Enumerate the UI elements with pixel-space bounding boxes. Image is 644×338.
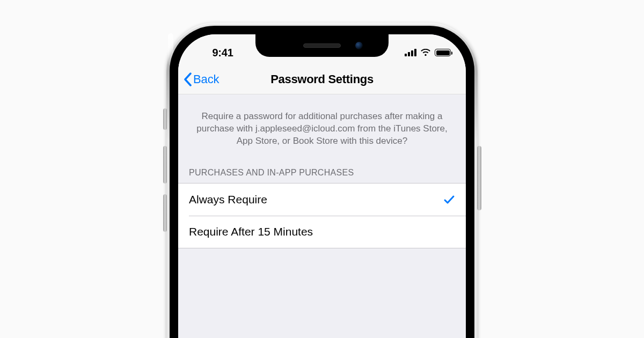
option-always-require[interactable]: Always Require xyxy=(178,183,466,216)
option-label: Always Require xyxy=(189,193,267,206)
option-label: Require After 15 Minutes xyxy=(189,225,313,238)
volume-down-button xyxy=(163,194,167,232)
phone-frame: 9:41 xyxy=(166,23,478,338)
option-require-after-15-minutes[interactable]: Require After 15 Minutes xyxy=(178,216,466,248)
cellular-signal-icon xyxy=(405,49,416,56)
back-label: Back xyxy=(193,72,219,86)
status-time: 9:41 xyxy=(193,47,252,59)
navigation-bar: Back Password Settings xyxy=(178,64,466,94)
wifi-icon xyxy=(420,49,431,56)
silent-switch xyxy=(163,108,167,130)
checkmark-icon xyxy=(443,194,455,205)
page-title: Password Settings xyxy=(270,72,374,86)
chevron-left-icon xyxy=(184,72,192,86)
volume-up-button xyxy=(163,146,167,183)
front-camera xyxy=(355,42,363,49)
back-button[interactable]: Back xyxy=(184,72,219,86)
section-header: PURCHASES AND IN-APP PURCHASES xyxy=(178,153,466,183)
earpiece-speaker xyxy=(303,43,341,48)
side-button xyxy=(477,146,481,210)
status-indicators xyxy=(392,49,451,56)
notch xyxy=(255,34,389,57)
screen: 9:41 xyxy=(178,34,466,338)
battery-icon xyxy=(435,49,451,56)
section-description: Require a password for additional purcha… xyxy=(178,94,466,153)
options-group: Always Require Require After 15 Minutes xyxy=(178,183,466,248)
phone-bezel: 9:41 xyxy=(170,26,474,338)
